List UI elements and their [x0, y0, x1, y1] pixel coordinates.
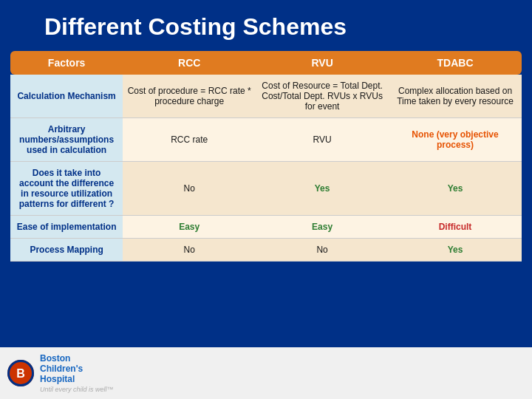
cell-rvu: RVU: [256, 118, 389, 162]
table-row: Does it take into account the difference…: [10, 162, 522, 216]
table-row: Arbitrary numbers/assumptions used in ca…: [10, 118, 522, 162]
cell-tdabc: None (very objective process): [389, 118, 522, 162]
cell-tdabc: Difficult: [389, 216, 522, 239]
table-header-row: Factors RCC RVU TDABC: [10, 51, 522, 75]
logo-childrens: Children's: [40, 364, 114, 374]
cell-tdabc: Complex allocation based on Time taken b…: [389, 75, 522, 118]
costing-table: Factors RCC RVU TDABC Calculation Mechan…: [10, 51, 522, 262]
cell-rvu: Cost of Resource = Total Dept. Cost/Tota…: [256, 75, 389, 118]
cell-rcc: Easy: [123, 216, 256, 239]
cell-tdabc: Yes: [389, 239, 522, 262]
cell-rcc: No: [123, 162, 256, 216]
cell-rcc: Cost of procedure = RCC rate * procedure…: [123, 75, 256, 118]
cell-factor: Does it take into account the difference…: [10, 162, 123, 216]
table-row: Calculation MechanismCost of procedure =…: [10, 75, 522, 118]
footer-logo-area: B Boston Children's Hospital Until every…: [0, 347, 148, 399]
logo-hospital: Hospital: [40, 374, 114, 384]
header-rvu: RVU: [256, 51, 389, 75]
page-title: Different Costing Schemes: [0, 0, 532, 51]
cell-factor: Ease of implementation: [10, 216, 123, 239]
logo-boston: Boston: [40, 353, 114, 364]
cell-factor: Process Mapping: [10, 239, 123, 262]
cell-rcc: RCC rate: [123, 118, 256, 162]
header-rcc: RCC: [123, 51, 256, 75]
svg-text:B: B: [16, 367, 25, 380]
table-row: Ease of implementationEasyEasyDifficult: [10, 216, 522, 239]
cell-tdabc: Yes: [389, 162, 522, 216]
cell-rvu: No: [256, 239, 389, 262]
cell-factor: Arbitrary numbers/assumptions used in ca…: [10, 118, 123, 162]
bch-logo-text: Boston Children's Hospital Until every c…: [40, 353, 114, 393]
bch-logo-icon: B: [7, 360, 34, 386]
cell-rvu: Easy: [256, 216, 389, 239]
cell-rcc: No: [123, 239, 256, 262]
main-table-container: Factors RCC RVU TDABC Calculation Mechan…: [10, 51, 522, 262]
cell-rvu: Yes: [256, 162, 389, 216]
table-row: Process MappingNoNoYes: [10, 239, 522, 262]
header-factors: Factors: [10, 51, 123, 75]
header-tdabc: TDABC: [389, 51, 522, 75]
footer-tagline: Until every child is well™: [40, 386, 114, 393]
cell-factor: Calculation Mechanism: [10, 75, 123, 118]
